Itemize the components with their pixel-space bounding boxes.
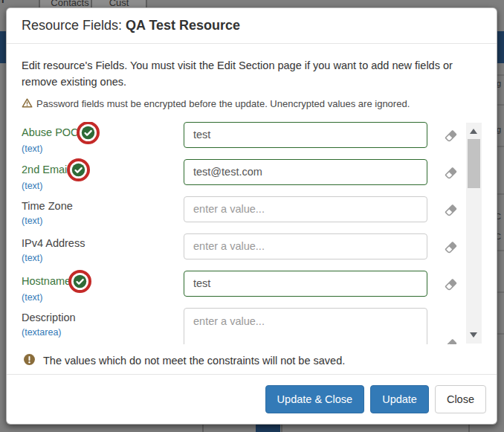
field-type-label: (textarea) xyxy=(22,327,184,338)
field-value-textarea[interactable] xyxy=(184,308,427,344)
field-label: IPv4 Address xyxy=(22,237,85,249)
field-type-label: (text) xyxy=(22,181,184,191)
modal-title: Resource Fields: QA Test Resource xyxy=(22,18,240,33)
field-row: Hostname (text) xyxy=(22,271,482,308)
field-label-col: Time Zone (text) xyxy=(22,196,184,233)
warning-triangle-icon xyxy=(22,97,33,111)
field-type-label: (text) xyxy=(22,216,184,226)
background-navy-cell xyxy=(256,425,280,432)
intro-text: Edit resource's Fields. You must visit t… xyxy=(22,57,482,91)
modal-title-resource-name: QA Test Resource xyxy=(126,18,240,33)
field-type-label: (text) xyxy=(22,253,184,263)
field-row: Time Zone (text) xyxy=(22,196,482,233)
background-table-line xyxy=(202,425,204,432)
field-type-label: (text) xyxy=(22,144,184,154)
background-table-line xyxy=(281,425,282,432)
constraints-note: The values which do not meet the constra… xyxy=(23,353,482,368)
scrollbar-thumb[interactable] xyxy=(468,139,480,188)
field-type-label: (text) xyxy=(22,292,184,303)
info-icon xyxy=(23,353,36,368)
update-button[interactable]: Update xyxy=(370,385,429,413)
password-warning: Password fields must be encrypted before… xyxy=(22,97,482,111)
field-label: 2nd Email xyxy=(22,164,69,175)
constraints-note-text: The values which do not meet the constra… xyxy=(43,355,345,367)
eraser-icon xyxy=(444,203,458,220)
update-and-close-button[interactable]: Update & Close xyxy=(265,385,365,413)
field-row: Abuse POC (text) xyxy=(22,122,482,159)
field-valid-check-icon xyxy=(73,274,87,288)
field-value-input[interactable] xyxy=(184,159,427,185)
annotation-red-circle xyxy=(67,158,90,181)
eraser-icon xyxy=(444,166,458,183)
password-warning-text: Password fields must be encrypted before… xyxy=(36,98,410,109)
background-table-line xyxy=(468,425,470,432)
annotation-red-circle xyxy=(77,122,100,144)
background-text-fragment: ri xyxy=(0,0,4,5)
field-label-col: 2nd Email (text) xyxy=(22,159,184,196)
field-label: Abuse POC xyxy=(22,126,79,138)
eraser-icon xyxy=(444,240,458,257)
eraser-icon xyxy=(444,129,458,146)
field-valid-check-icon xyxy=(71,163,85,177)
field-value-input[interactable] xyxy=(184,271,427,297)
annotation-red-circle xyxy=(68,270,91,293)
fields-scrollbar[interactable] xyxy=(466,123,482,344)
eraser-icon xyxy=(444,277,458,294)
scrollbar-up-arrow-icon[interactable] xyxy=(470,129,477,134)
field-row: 2nd Email (text) xyxy=(22,159,482,196)
scrollbar-down-arrow-icon[interactable] xyxy=(470,332,477,338)
modal-title-prefix: Resource Fields: xyxy=(22,18,126,33)
modal-footer: Update & Close Update Close xyxy=(7,374,497,424)
field-label-col: Abuse POC (text) xyxy=(22,122,184,159)
field-label: Time Zone xyxy=(22,200,73,212)
close-button[interactable]: Close xyxy=(435,385,486,413)
field-label-col: Hostname (text) xyxy=(22,271,184,308)
field-label-col: Description (textarea) xyxy=(22,308,184,344)
resource-fields-modal: Resource Fields: QA Test Resource Edit r… xyxy=(6,7,497,425)
modal-header: Resource Fields: QA Test Resource xyxy=(7,8,497,44)
field-row: Description (textarea) xyxy=(22,308,482,344)
modal-body: Edit resource's Fields. You must visit t… xyxy=(7,44,497,368)
field-label-col: IPv4 Address (text) xyxy=(22,233,184,271)
field-value-input[interactable] xyxy=(184,233,427,259)
field-value-input[interactable] xyxy=(184,196,427,222)
field-valid-check-icon xyxy=(81,126,95,140)
field-row: IPv4 Address (text) xyxy=(22,233,482,271)
field-value-input[interactable] xyxy=(184,122,427,148)
field-label: Hostname xyxy=(22,275,71,287)
fields-scroll-area: Abuse POC (text) xyxy=(22,122,482,344)
field-label: Description xyxy=(22,312,76,323)
eraser-icon xyxy=(444,338,458,344)
